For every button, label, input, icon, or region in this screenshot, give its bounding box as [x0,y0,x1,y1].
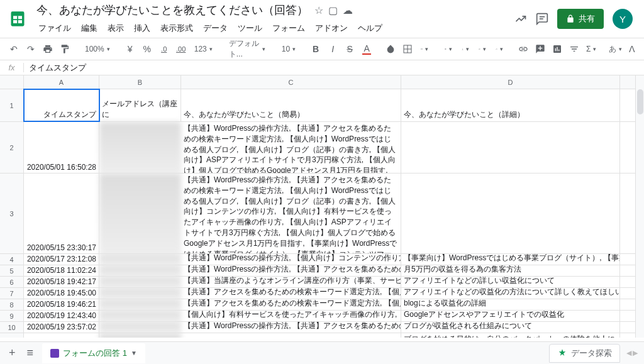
cell[interactable]: 【共通】アクセスを集めるための検索キーワード選定方法, 【個人向け】ブ [181,288,401,299]
italic-button[interactable]: I [325,41,340,57]
paint-format-icon[interactable] [57,41,72,57]
share-button[interactable]: 共有 [557,9,604,29]
currency-icon[interactable]: ¥ [123,41,138,57]
strike-button[interactable]: S [342,41,357,57]
row-header[interactable]: 10 [0,322,24,333]
row-header[interactable]: 9 [0,311,24,321]
cell[interactable] [99,322,181,333]
cell-a1[interactable]: タイムスタンプ [24,89,99,121]
cell[interactable]: 【共通】WordPressの操作方法, 【共通】アクセスを集めるための検索キー [181,322,401,333]
row-header[interactable]: 1 [0,89,24,121]
col-header-d[interactable]: D [401,75,620,89]
row-header[interactable]: 8 [0,299,24,310]
cell-c1[interactable]: 今、あなたが学びたいこと（簡易） [181,89,401,121]
print-icon[interactable] [40,41,55,57]
menu-data[interactable]: データ [199,20,232,36]
cell[interactable] [99,311,181,321]
activity-icon[interactable] [514,13,527,25]
cell-b1[interactable]: メールアドレス（講座に [99,89,181,121]
cloud-icon[interactable]: ☁ [343,4,353,16]
row-header[interactable]: 3 [0,174,24,253]
zoom-combo[interactable]: 100% [81,42,114,56]
cell[interactable]: 【共通】WordPressの操作方法, 【共通】アクセスを集めるための検索キー [181,333,401,338]
dec-decrease-icon[interactable]: .0 [157,43,172,55]
menu-form[interactable]: フォーム [268,20,309,36]
halign-icon[interactable] [441,41,456,57]
cell[interactable]: 2020/05/19 12:43:40 [24,311,99,321]
cell[interactable]: 【個人向け】有料サービスを使ったアイキャッチ画像の作り方, 【個人向け [181,311,401,321]
cell[interactable]: 【共通】WordPressの操作方法, 【個人向け】コンテンツの作り方, [181,254,401,265]
collapse-toolbar-icon[interactable]: ᐱ [625,41,640,57]
doc-title[interactable]: 今、あなたが学びたいことを教えてください（回答） [34,1,311,19]
cell[interactable]: 月5万円の収益を得る為の集客方法 [401,265,620,276]
cell-d1[interactable]: 今、あなたが学びたいこと（詳細） [401,89,620,121]
insert-comment-icon[interactable] [533,41,548,57]
cell[interactable]: 2020/05/17 23:12:08 [24,254,99,265]
sheets-logo[interactable] [5,6,30,31]
cell[interactable]: 【共通】WordPressの操作方法, 【共通】アクセスを集めるための検索キーワ… [181,174,401,253]
text-color-button[interactable]: A [359,41,374,57]
col-header-c[interactable]: C [181,75,401,89]
filter-icon[interactable] [567,41,582,57]
cell[interactable] [99,333,181,338]
select-all-corner[interactable] [0,75,24,89]
cell[interactable]: アフィリエイトなどの詳しい収益化について [401,277,620,287]
cell[interactable]: ブログが収益化される仕組みについて [401,322,620,333]
cell[interactable] [99,299,181,310]
comment-icon[interactable] [536,13,548,25]
menu-tools[interactable]: ツール [233,20,267,36]
cell[interactable] [99,277,181,287]
menu-insert[interactable]: 挿入 [130,20,155,36]
font-size-combo[interactable]: 10 [278,42,299,56]
merge-icon[interactable] [417,41,432,57]
bold-button[interactable]: B [308,41,323,57]
valign-icon[interactable] [458,41,473,57]
percent-icon[interactable]: % [140,41,155,57]
menu-view[interactable]: 表示 [103,20,128,36]
menu-addons[interactable]: アドオン [311,20,352,36]
cell[interactable] [99,174,181,253]
cell[interactable]: 2020/05/18 11:02:24 [24,265,99,276]
cell[interactable]: 2020/05/19 23:57:02 [24,322,99,333]
cell[interactable]: 【共通】WordPressの操作方法, 【共通】アクセスを集めるための検索キーワ… [181,122,401,173]
horizontal-scroll-controls[interactable]: ◀ ▶ [626,349,638,357]
row-header[interactable]: 4 [0,254,24,265]
fill-color-icon[interactable] [383,41,398,57]
cell[interactable]: blogによる収益化の詳細 [401,299,620,310]
wrap-icon[interactable] [475,41,490,57]
menu-file[interactable]: ファイル [34,20,75,36]
cell[interactable]: ブログを始める目的は、自分のバックパッカーの体験を他人に知らせたい。ま 料ブログ… [401,333,620,338]
menu-help[interactable]: ヘルプ [353,20,387,36]
row-header[interactable]: 5 [0,265,24,276]
cell[interactable]: 【共通】当講座のようなオンライン講座の作り方（事業、サービス、教室や [181,277,401,287]
cell[interactable] [99,254,181,265]
cell[interactable]: 2020/05/18 19:46:21 [24,299,99,310]
cell[interactable]: 2020/05/21 22:30:45 [24,333,99,338]
cell[interactable]: 2020/05/18 19:42:17 [24,277,99,287]
move-icon[interactable]: ▢ [328,4,338,16]
cell[interactable]: Googleアドセンスやアフェリエイトでの収益化 [401,311,620,321]
cell[interactable]: アフィリエイトなどの収益化の方法について詳しく教えてほしい [401,288,620,299]
vertical-scrollbar[interactable] [635,75,644,338]
cell[interactable] [99,265,181,276]
functions-icon[interactable]: Σ [584,42,599,56]
row-header[interactable]: 11 [0,333,24,338]
link-icon[interactable] [516,41,531,57]
undo-icon[interactable]: ↶ [6,41,21,57]
explore-button[interactable]: データ探索 [549,344,620,363]
scrollbar-thumb[interactable] [637,89,643,114]
menu-edit[interactable]: 編集 [77,20,102,36]
rotate-icon[interactable] [492,41,507,57]
grid[interactable]: A B C D 1 タイムスタンプ メールアドレス（講座に 今、あなたが学びたい… [0,75,644,338]
cell[interactable]: 【共通】アクセスを集めるための検索キーワード選定方法, 【個人向け】ブ [181,299,401,310]
font-combo[interactable]: デフォルト... [225,36,269,62]
input-tools-icon[interactable]: あ [608,41,623,57]
all-sheets-icon[interactable]: ≡ [25,344,36,362]
user-avatar[interactable]: Y [613,9,633,29]
cell[interactable]: 2020/05/15 23:30:17 [24,174,99,253]
row-header[interactable]: 2 [0,122,24,173]
scroll-left-icon[interactable]: ◀ [626,349,631,357]
row-header[interactable]: 7 [0,288,24,299]
cell[interactable] [401,174,620,253]
col-header-b[interactable]: B [99,75,181,89]
